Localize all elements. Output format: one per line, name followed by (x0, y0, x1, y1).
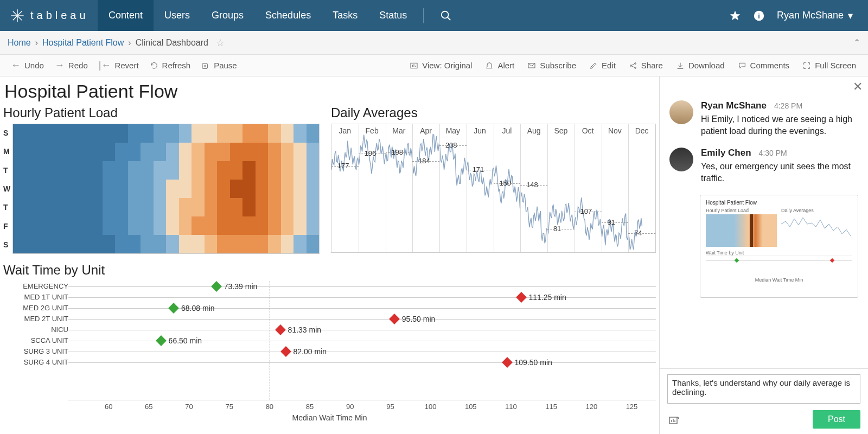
heatmap-cell[interactable] (26, 180, 39, 198)
heatmap-cell[interactable] (307, 235, 320, 253)
heatmap-cell[interactable] (141, 198, 154, 216)
heatmap-cell[interactable] (217, 143, 230, 161)
wait-point[interactable] (275, 324, 286, 335)
heatmap-cell[interactable] (39, 180, 52, 198)
heatmap-cell[interactable] (13, 198, 26, 216)
heatmap-cell[interactable] (192, 161, 205, 180)
heatmap-cell[interactable] (103, 143, 116, 161)
heatmap-cell[interactable] (115, 143, 128, 161)
heatmap-cell[interactable] (13, 143, 26, 161)
heatmap-cell[interactable] (77, 216, 90, 235)
comments-button[interactable]: Comments (731, 59, 796, 72)
heatmap-cell[interactable] (103, 124, 116, 143)
heatmap-cell[interactable] (192, 235, 205, 253)
heatmap-cell[interactable] (77, 180, 90, 198)
heatmap-cell[interactable] (64, 161, 77, 180)
heatmap-cell[interactable] (26, 235, 39, 253)
heatmap-cell[interactable] (26, 143, 39, 161)
heatmap-cell[interactable] (242, 235, 256, 253)
heatmap-cell[interactable] (179, 124, 192, 143)
heatmap-cell[interactable] (242, 161, 256, 180)
heatmap-cell[interactable] (103, 180, 116, 198)
heatmap-cell[interactable] (13, 180, 26, 198)
heatmap-cell[interactable] (64, 235, 77, 253)
heatmap-cell[interactable] (307, 180, 320, 198)
heatmap-cell[interactable] (39, 198, 52, 216)
heatmap-cell[interactable] (166, 143, 179, 161)
heatmap-cell[interactable] (64, 124, 77, 143)
user-menu[interactable]: Ryan McShane ▾ (777, 10, 853, 22)
heatmap-cell[interactable] (103, 235, 116, 253)
heatmap-cell[interactable] (256, 198, 269, 216)
heatmap-cell[interactable] (307, 216, 320, 235)
heatmap-cell[interactable] (52, 143, 65, 161)
heatmap-cell[interactable] (90, 216, 103, 235)
heatmap-cell[interactable] (307, 161, 320, 180)
heatmap-cell[interactable] (128, 216, 141, 235)
heatmap-cell[interactable] (205, 180, 218, 198)
heatmap-cell[interactable] (90, 235, 103, 253)
heatmap-cell[interactable] (256, 235, 269, 253)
nav-tab-content[interactable]: Content (98, 0, 154, 31)
nav-tab-schedules[interactable]: Schedules (254, 0, 322, 31)
heatmap-cell[interactable] (166, 235, 179, 253)
heatmap-cell[interactable] (115, 198, 128, 216)
heatmap-cell[interactable] (90, 198, 103, 216)
heatmap-cell[interactable] (293, 198, 307, 216)
wait-point[interactable] (389, 314, 400, 324)
heatmap-cell[interactable] (307, 143, 320, 161)
heatmap-cell[interactable] (166, 124, 179, 143)
refresh-button[interactable]: Refresh (144, 59, 196, 72)
close-comments-button[interactable]: ✕ (660, 76, 868, 97)
heatmap-cell[interactable] (230, 216, 243, 235)
tableau-logo[interactable]: tableau (0, 0, 98, 31)
post-button[interactable]: Post (813, 410, 860, 429)
heatmap-cell[interactable] (103, 198, 116, 216)
breadcrumb-project[interactable]: Hospital Patient Flow (42, 38, 124, 48)
comment-snapshot[interactable]: Hospital Patient Flow Hourly Patient Loa… (700, 195, 858, 298)
heatmap-cell[interactable] (52, 180, 65, 198)
heatmap-cell[interactable] (230, 198, 243, 216)
wait-plot[interactable]: 73.39 min111.25 min68.08 min95.50 min81.… (68, 281, 656, 400)
heatmap-cell[interactable] (242, 180, 256, 198)
wait-point[interactable] (502, 357, 513, 368)
redo-button[interactable]: →Redo (49, 58, 93, 73)
undo-button[interactable]: ←Undo (5, 58, 49, 73)
heatmap-cell[interactable] (192, 180, 205, 198)
heatmap-cell[interactable] (281, 161, 294, 180)
heatmap-cell[interactable] (103, 216, 116, 235)
heatmap-cell[interactable] (293, 180, 307, 198)
info-icon[interactable]: i (753, 10, 765, 22)
heatmap-cell[interactable] (90, 180, 103, 198)
heatmap-cell[interactable] (166, 216, 179, 235)
nav-tab-status[interactable]: Status (368, 0, 418, 31)
heatmap-cell[interactable] (128, 143, 141, 161)
heatmap-cell[interactable] (128, 161, 141, 180)
favorite-star-icon[interactable]: ☆ (216, 37, 225, 49)
heatmap-cell[interactable] (293, 235, 307, 253)
heatmap-cell[interactable] (90, 143, 103, 161)
heatmap-cell[interactable] (293, 216, 307, 235)
wait-point[interactable] (168, 303, 179, 314)
line-chart[interactable]: JanFebMarAprMayJunJulAugSepOctNovDec 177… (331, 124, 656, 253)
heatmap-cell[interactable] (205, 235, 218, 253)
heatmap-cell[interactable] (307, 124, 320, 143)
heatmap-cell[interactable] (141, 235, 154, 253)
heatmap-cell[interactable] (64, 216, 77, 235)
heatmap-cell[interactable] (179, 161, 192, 180)
heatmap-cell[interactable] (39, 235, 52, 253)
heatmap-cell[interactable] (242, 124, 256, 143)
heatmap-cell[interactable] (205, 198, 218, 216)
pause-button[interactable]: Pause (196, 59, 242, 72)
heatmap-cell[interactable] (154, 143, 167, 161)
heatmap-cell[interactable] (217, 161, 230, 180)
heatmap-cell[interactable] (293, 143, 307, 161)
wait-point[interactable] (211, 281, 222, 292)
heatmap-cell[interactable] (39, 216, 52, 235)
comment-input[interactable] (667, 374, 860, 404)
wait-point[interactable] (156, 335, 167, 346)
heatmap-cell[interactable] (154, 161, 167, 180)
heatmap-cell[interactable] (217, 216, 230, 235)
heatmap-cell[interactable] (128, 198, 141, 216)
heatmap-cell[interactable] (268, 180, 281, 198)
